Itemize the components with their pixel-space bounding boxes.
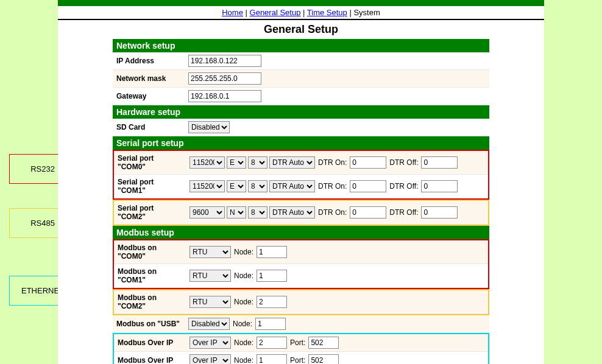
- modbus-com2-node[interactable]: [257, 296, 287, 308]
- com1-label: Serial port "COM1": [114, 175, 186, 198]
- modbus-com2-mode[interactable]: RTU: [189, 296, 231, 308]
- mask-label: Network mask: [113, 71, 185, 86]
- section-hardware-header: Hardware setup: [113, 105, 489, 119]
- nav-home[interactable]: Home: [222, 8, 243, 17]
- page-title: General Setup: [58, 20, 544, 39]
- com2-dtroff[interactable]: [421, 206, 458, 219]
- modbus-com1-node[interactable]: [257, 270, 287, 282]
- nav-bar: Home | General Setup | Time Setup | Syst…: [58, 6, 544, 19]
- modbus-com0-mode[interactable]: RTU: [189, 246, 231, 258]
- section-modbus-header: Modbus setup: [113, 226, 489, 239]
- com2-bits[interactable]: 8: [248, 206, 267, 219]
- modbus-ip1-port[interactable]: [308, 337, 339, 349]
- modbus-com1-node-label: Node:: [234, 271, 253, 280]
- com2-dtr[interactable]: DTR Auto: [269, 206, 315, 219]
- modbus-ip1-node[interactable]: [257, 337, 287, 349]
- com2-parity[interactable]: N: [227, 206, 246, 219]
- nav-general-setup[interactable]: General Setup: [250, 8, 301, 17]
- modbus-com1-label: Modbus on "COM1": [114, 264, 186, 287]
- com0-parity[interactable]: E: [227, 156, 246, 169]
- ip-label: IP Address: [113, 54, 185, 68]
- modbus-ip1-mode[interactable]: Over IP: [189, 337, 231, 349]
- modbus-ip2-node[interactable]: [257, 354, 287, 364]
- com1-dtroff[interactable]: [421, 180, 458, 192]
- modbus-ip2-port[interactable]: [308, 354, 339, 364]
- modbus-ip2-node-label: Node:: [234, 356, 253, 364]
- gateway-label: Gateway: [113, 89, 185, 103]
- modbus-com0-node[interactable]: [257, 246, 287, 258]
- com1-bits[interactable]: 8: [248, 180, 267, 192]
- com0-dtron[interactable]: [350, 156, 386, 169]
- com0-bits[interactable]: 8: [248, 156, 267, 169]
- modbus-com1-mode[interactable]: RTU: [189, 270, 231, 282]
- modbus-com0-node-label: Node:: [234, 248, 253, 256]
- com0-dtr[interactable]: DTR Auto: [269, 156, 315, 169]
- section-serial-header: Serial port setup: [113, 136, 489, 150]
- com1-dtroff-label: DTR Off:: [389, 182, 418, 191]
- com2-dtron-label: DTR On:: [318, 208, 347, 217]
- modbus-ip1-label: Modbus Over IP: [114, 335, 186, 350]
- sdcard-label: SD Card: [113, 120, 185, 135]
- modbus-com0-label: Modbus on "COM0": [114, 240, 186, 264]
- modbus-usb-node-label: Node:: [233, 320, 252, 328]
- modbus-ip2-label: Modbus Over IP: [114, 353, 186, 364]
- modbus-ip1-port-label: Port:: [290, 338, 305, 347]
- mask-input[interactable]: [188, 72, 261, 85]
- com0-dtroff-label: DTR Off:: [389, 158, 418, 167]
- modbus-usb-mode[interactable]: Disabled: [188, 318, 230, 330]
- modbus-usb-node[interactable]: [255, 318, 286, 330]
- com0-baud[interactable]: 115200: [189, 156, 225, 169]
- com2-dtron[interactable]: [350, 206, 386, 219]
- sdcard-select[interactable]: Disabled: [188, 121, 230, 133]
- section-network-header: Network setup: [113, 39, 489, 52]
- modbus-usb-label: Modbus on "USB": [113, 317, 185, 331]
- nav-system: System: [353, 8, 380, 17]
- com0-label: Serial port "COM0": [114, 151, 186, 174]
- com2-baud[interactable]: 9600: [189, 206, 225, 219]
- com2-dtroff-label: DTR Off:: [389, 208, 418, 217]
- com1-baud[interactable]: 115200: [189, 180, 225, 192]
- ip-input[interactable]: [188, 55, 261, 67]
- modbus-com2-label: Modbus on "COM2": [114, 290, 186, 313]
- com1-dtron-label: DTR On:: [318, 182, 347, 191]
- nav-time-setup[interactable]: Time Setup: [307, 8, 347, 17]
- com1-dtr[interactable]: DTR Auto: [269, 180, 315, 192]
- modbus-ip2-mode[interactable]: Over IP: [189, 354, 231, 364]
- com2-label: Serial port "COM2": [114, 201, 186, 224]
- modbus-ip1-node-label: Node:: [234, 338, 253, 347]
- com1-parity[interactable]: E: [227, 180, 246, 192]
- gateway-input[interactable]: [188, 90, 261, 102]
- modbus-ip2-port-label: Port:: [290, 356, 305, 364]
- com1-dtron[interactable]: [350, 180, 386, 192]
- top-banner: [58, 0, 544, 6]
- com0-dtroff[interactable]: [421, 156, 458, 169]
- modbus-com2-node-label: Node:: [234, 298, 253, 306]
- com0-dtron-label: DTR On:: [318, 158, 347, 167]
